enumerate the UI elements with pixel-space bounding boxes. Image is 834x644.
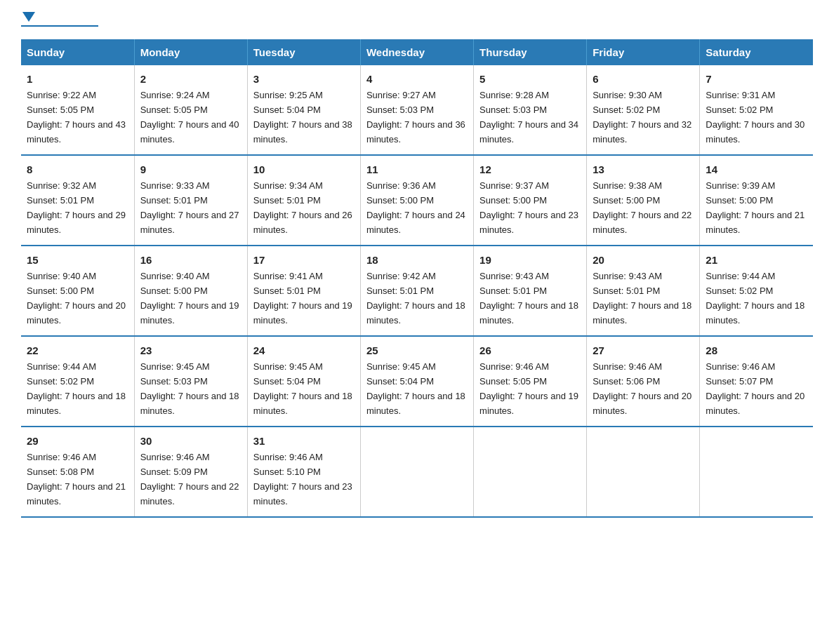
sunrise-text: Sunrise: 9:45 AM (253, 361, 323, 372)
day-number: 17 (253, 252, 355, 268)
day-cell: 19 Sunrise: 9:43 AM Sunset: 5:01 PM Dayl… (474, 246, 587, 336)
day-cell: 9 Sunrise: 9:33 AM Sunset: 5:01 PM Dayli… (134, 155, 247, 246)
day-number: 7 (706, 71, 807, 87)
daylight-text: Daylight: 7 hours and 22 minutes. (593, 210, 691, 235)
day-cell: 13 Sunrise: 9:38 AM Sunset: 5:00 PM Dayl… (587, 155, 700, 246)
sunrise-text: Sunrise: 9:39 AM (706, 180, 775, 191)
logo-underline (21, 25, 98, 27)
sunrise-text: Sunrise: 9:32 AM (27, 180, 96, 191)
sunrise-text: Sunrise: 9:46 AM (706, 361, 775, 372)
sunset-text: Sunset: 5:01 PM (140, 195, 208, 206)
week-row-5: 29 Sunrise: 9:46 AM Sunset: 5:08 PM Dayl… (21, 427, 813, 517)
day-number: 12 (479, 161, 581, 177)
daylight-text: Daylight: 7 hours and 19 minutes. (140, 300, 239, 326)
header-monday: Monday (134, 39, 247, 65)
sunset-text: Sunset: 5:02 PM (706, 286, 773, 296)
day-cell: 12 Sunrise: 9:37 AM Sunset: 5:00 PM Dayl… (474, 155, 587, 246)
day-cell: 29 Sunrise: 9:46 AM Sunset: 5:08 PM Dayl… (21, 427, 134, 517)
daylight-text: Daylight: 7 hours and 27 minutes. (140, 210, 239, 235)
sunrise-text: Sunrise: 9:22 AM (27, 90, 96, 100)
sunset-text: Sunset: 5:01 PM (479, 286, 547, 296)
sunrise-text: Sunrise: 9:43 AM (479, 271, 549, 281)
day-number: 6 (593, 71, 694, 87)
sunset-text: Sunset: 5:00 PM (479, 195, 547, 206)
day-cell: 21 Sunrise: 9:44 AM Sunset: 5:02 PM Dayl… (700, 246, 813, 336)
daylight-text: Daylight: 7 hours and 18 minutes. (706, 300, 805, 326)
day-cell: 30 Sunrise: 9:46 AM Sunset: 5:09 PM Dayl… (134, 427, 247, 517)
daylight-text: Daylight: 7 hours and 38 minutes. (253, 119, 352, 145)
daylight-text: Daylight: 7 hours and 32 minutes. (593, 119, 691, 145)
sunrise-text: Sunrise: 9:44 AM (27, 361, 96, 372)
week-row-1: 1 Sunrise: 9:22 AM Sunset: 5:05 PM Dayli… (21, 65, 813, 155)
daylight-text: Daylight: 7 hours and 34 minutes. (479, 119, 578, 145)
day-number: 27 (593, 342, 694, 358)
header-sunday: Sunday (21, 39, 134, 65)
sunset-text: Sunset: 5:10 PM (253, 467, 321, 477)
daylight-text: Daylight: 7 hours and 18 minutes. (253, 391, 352, 416)
day-number: 22 (27, 342, 128, 358)
day-cell (587, 427, 700, 517)
day-cell: 25 Sunrise: 9:45 AM Sunset: 5:04 PM Dayl… (360, 336, 473, 427)
logo-triangle-icon (22, 12, 35, 22)
day-cell: 4 Sunrise: 9:27 AM Sunset: 5:03 PM Dayli… (360, 65, 473, 155)
sunset-text: Sunset: 5:00 PM (593, 195, 660, 206)
day-cell: 7 Sunrise: 9:31 AM Sunset: 5:02 PM Dayli… (700, 65, 813, 155)
sunrise-text: Sunrise: 9:25 AM (253, 90, 323, 100)
sunrise-text: Sunrise: 9:41 AM (253, 271, 323, 281)
daylight-text: Daylight: 7 hours and 18 minutes. (479, 300, 578, 326)
sunrise-text: Sunrise: 9:46 AM (253, 452, 323, 462)
daylight-text: Daylight: 7 hours and 29 minutes. (27, 210, 126, 235)
calendar-table: SundayMondayTuesdayWednesdayThursdayFrid… (21, 39, 813, 518)
sunrise-text: Sunrise: 9:28 AM (479, 90, 549, 100)
day-cell: 11 Sunrise: 9:36 AM Sunset: 5:00 PM Dayl… (360, 155, 473, 246)
sunrise-text: Sunrise: 9:46 AM (140, 452, 210, 462)
day-number: 25 (366, 342, 468, 358)
day-cell: 27 Sunrise: 9:46 AM Sunset: 5:06 PM Dayl… (587, 336, 700, 427)
daylight-text: Daylight: 7 hours and 18 minutes. (366, 391, 465, 416)
sunrise-text: Sunrise: 9:40 AM (27, 271, 96, 281)
day-number: 19 (479, 252, 581, 268)
day-number: 2 (140, 71, 241, 87)
sunrise-text: Sunrise: 9:43 AM (593, 271, 662, 281)
daylight-text: Daylight: 7 hours and 18 minutes. (140, 391, 239, 416)
day-number: 4 (366, 71, 468, 87)
day-cell: 1 Sunrise: 9:22 AM Sunset: 5:05 PM Dayli… (21, 65, 134, 155)
sunset-text: Sunset: 5:09 PM (140, 467, 208, 477)
day-cell: 26 Sunrise: 9:46 AM Sunset: 5:05 PM Dayl… (474, 336, 587, 427)
header-tuesday: Tuesday (247, 39, 360, 65)
daylight-text: Daylight: 7 hours and 23 minutes. (479, 210, 578, 235)
day-cell: 16 Sunrise: 9:40 AM Sunset: 5:00 PM Dayl… (134, 246, 247, 336)
header-thursday: Thursday (474, 39, 587, 65)
day-cell: 6 Sunrise: 9:30 AM Sunset: 5:02 PM Dayli… (587, 65, 700, 155)
daylight-text: Daylight: 7 hours and 18 minutes. (27, 391, 126, 416)
daylight-text: Daylight: 7 hours and 36 minutes. (366, 119, 465, 145)
daylight-text: Daylight: 7 hours and 21 minutes. (27, 481, 126, 507)
sunset-text: Sunset: 5:04 PM (253, 376, 321, 387)
sunrise-text: Sunrise: 9:45 AM (140, 361, 210, 372)
sunset-text: Sunset: 5:00 PM (706, 195, 773, 206)
sunrise-text: Sunrise: 9:37 AM (479, 180, 549, 191)
sunset-text: Sunset: 5:00 PM (140, 286, 208, 296)
day-cell: 22 Sunrise: 9:44 AM Sunset: 5:02 PM Dayl… (21, 336, 134, 427)
sunset-text: Sunset: 5:08 PM (27, 467, 94, 477)
header-friday: Friday (587, 39, 700, 65)
day-number: 1 (27, 71, 128, 87)
sunset-text: Sunset: 5:00 PM (366, 195, 434, 206)
sunrise-text: Sunrise: 9:44 AM (706, 271, 775, 281)
day-cell: 24 Sunrise: 9:45 AM Sunset: 5:04 PM Dayl… (247, 336, 360, 427)
sunrise-text: Sunrise: 9:46 AM (593, 361, 662, 372)
sunrise-text: Sunrise: 9:40 AM (140, 271, 210, 281)
day-number: 13 (593, 161, 694, 177)
sunset-text: Sunset: 5:03 PM (366, 105, 434, 115)
day-cell: 31 Sunrise: 9:46 AM Sunset: 5:10 PM Dayl… (247, 427, 360, 517)
sunset-text: Sunset: 5:01 PM (253, 286, 321, 296)
day-number: 18 (366, 252, 468, 268)
day-cell (700, 427, 813, 517)
day-number: 26 (479, 342, 581, 358)
week-row-4: 22 Sunrise: 9:44 AM Sunset: 5:02 PM Dayl… (21, 336, 813, 427)
sunrise-text: Sunrise: 9:31 AM (706, 90, 775, 100)
day-number: 16 (140, 252, 241, 268)
logo (21, 14, 98, 27)
week-row-2: 8 Sunrise: 9:32 AM Sunset: 5:01 PM Dayli… (21, 155, 813, 246)
sunset-text: Sunset: 5:03 PM (140, 376, 208, 387)
